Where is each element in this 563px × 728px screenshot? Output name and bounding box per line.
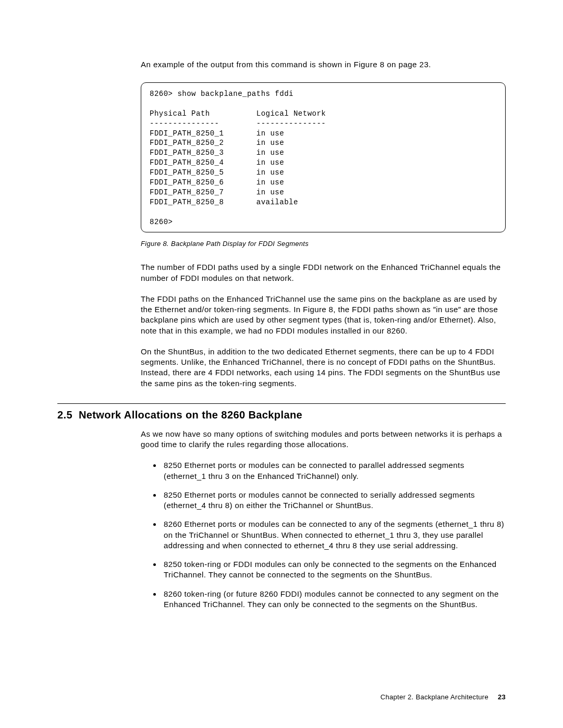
terminal-prompt: 8260>	[150, 218, 173, 226]
bullet-list: 8250 Ethernet ports or modules can be co…	[141, 460, 506, 610]
body-paragraph: The FDDI paths on the Enhanced TriChanne…	[141, 294, 506, 336]
section-rule	[57, 403, 506, 404]
row-path: FDDI_PATH_8250_6	[150, 178, 224, 187]
row-status: in use	[256, 188, 284, 196]
row-status: in use	[256, 168, 284, 177]
section-heading: 2.5 Network Allocations on the 8260 Back…	[57, 409, 506, 421]
footer-chapter: Chapter 2. Backplane Architecture	[381, 693, 488, 701]
row-path: FDDI_PATH_8250_5	[150, 168, 224, 177]
row-status: in use	[256, 178, 284, 187]
section-intro: As we now have so many options of switch…	[141, 429, 506, 450]
section-title: Network Allocations on the 8260 Backplan…	[79, 409, 302, 421]
terminal-command: 8260> show backplane_paths fddi	[150, 90, 293, 98]
col-header-right: Logical Network	[256, 109, 326, 118]
list-item: 8260 Ethernet ports or modules can be co…	[162, 519, 506, 551]
row-path: FDDI_PATH_8250_3	[150, 149, 224, 157]
list-item: 8260 token-ring (or future 8260 FDDI) mo…	[162, 589, 506, 610]
page-footer: Chapter 2. Backplane Architecture 23	[381, 693, 506, 701]
row-status: in use	[256, 129, 284, 138]
row-status: in use	[256, 149, 284, 157]
row-path: FDDI_PATH_8250_1	[150, 129, 224, 138]
body-paragraph: The number of FDDI paths used by a singl…	[141, 262, 506, 283]
row-status: in use	[256, 139, 284, 147]
intro-text: An example of the output from this comma…	[141, 60, 506, 69]
row-path: FDDI_PATH_8250_7	[150, 188, 224, 196]
section-number: 2.5	[57, 409, 72, 421]
figure-terminal-box: 8260> show backplane_paths fddi Physical…	[141, 82, 506, 232]
list-item: 8250 Ethernet ports or modules can be co…	[162, 460, 506, 482]
row-path: FDDI_PATH_8250_4	[150, 158, 224, 167]
row-status: available	[256, 198, 298, 206]
row-status: in use	[256, 158, 284, 167]
list-item: 8250 Ethernet ports or modules cannot be…	[162, 490, 506, 511]
row-path: FDDI_PATH_8250_8	[150, 198, 224, 206]
footer-page-number: 23	[498, 693, 506, 701]
list-item: 8250 token-ring or FDDI modules can only…	[162, 559, 506, 581]
row-path: FDDI_PATH_8250_2	[150, 139, 224, 147]
col-header-left: Physical Path	[150, 109, 210, 118]
body-paragraph: On the ShuntBus, in addition to the two …	[141, 347, 506, 389]
figure-caption: Figure 8. Backplane Path Display for FDD…	[141, 240, 506, 248]
